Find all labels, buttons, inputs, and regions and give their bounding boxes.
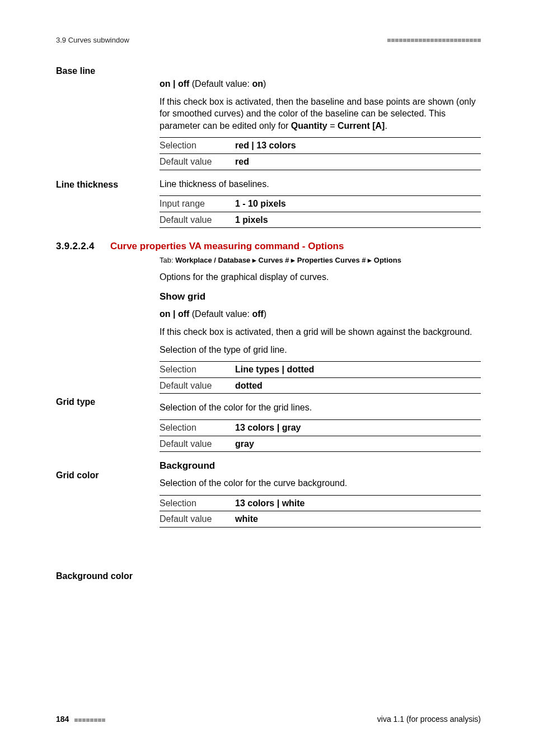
- gridtype-desc: Selection of the type of grid line.: [160, 344, 481, 356]
- label-gridcolor: Grid color: [56, 469, 99, 482]
- subhead-background: Background: [160, 460, 481, 473]
- footer-right: viva 1.1 (for process analysis): [377, 715, 481, 724]
- section-title: Curve properties VA measuring command - …: [110, 240, 344, 253]
- gridtype-table: SelectionLine types | dotted Default val…: [160, 361, 481, 394]
- label-linethickness: Line thickness: [56, 179, 118, 191]
- running-header: 3.9 Curves subwindow: [56, 36, 481, 44]
- label-bgcolor: Background color: [56, 570, 133, 582]
- gridcolor-table: Selection13 colors | gray Default valueg…: [160, 419, 481, 452]
- page-footer: 184 viva 1.1 (for process analysis): [56, 715, 481, 724]
- header-left: 3.9 Curves subwindow: [56, 36, 129, 44]
- document-body: Base line on | off (Default value: on) I…: [56, 60, 481, 528]
- baseline-desc: If this check box is activated, then the…: [160, 96, 481, 132]
- bgcolor-desc: Selection of the color for the curve bac…: [160, 477, 481, 489]
- linethickness-desc: Line thickness of baselines.: [160, 178, 481, 190]
- section-heading: 3.9.2.2.4 Curve properties VA measuring …: [56, 240, 481, 253]
- label-gridtype: Grid type: [56, 396, 95, 408]
- subhead-showgrid: Show grid: [160, 291, 481, 304]
- baseline-table: Selectionred | 13 colors Default valuere…: [160, 137, 481, 170]
- footer-ornament: [74, 715, 106, 724]
- section-intro: Options for the graphical display of cur…: [160, 271, 481, 283]
- baseline-toggle: on | off (Default value: on): [160, 78, 481, 90]
- page-number: 184: [56, 715, 69, 724]
- label-baseline: Base line: [56, 65, 95, 77]
- showgrid-desc: If this check box is activated, then a g…: [160, 326, 481, 338]
- section-tabline: Tab: Workplace / Database ▸ Curves # ▸ P…: [160, 255, 481, 265]
- gridcolor-desc: Selection of the color for the grid line…: [160, 402, 481, 414]
- footer-left: 184: [56, 715, 106, 724]
- header-ornament: [387, 39, 481, 42]
- showgrid-toggle: on | off (Default value: off): [160, 308, 481, 320]
- bgcolor-table: Selection13 colors | white Default value…: [160, 495, 481, 528]
- section-number: 3.9.2.2.4: [56, 240, 95, 253]
- linethickness-table: Input range1 - 10 pixels Default value1 …: [160, 195, 481, 228]
